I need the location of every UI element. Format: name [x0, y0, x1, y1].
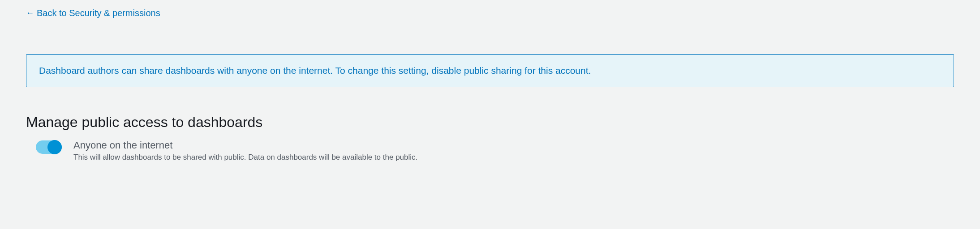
- toggle-labels: Anyone on the internet This will allow d…: [73, 140, 417, 162]
- public-access-toggle[interactable]: [36, 140, 62, 154]
- toggle-description: This will allow dashboards to be shared …: [73, 153, 417, 162]
- public-access-toggle-row: Anyone on the internet This will allow d…: [36, 140, 980, 162]
- info-banner-message: Dashboard authors can share dashboards w…: [39, 65, 591, 76]
- toggle-knob-icon: [47, 140, 62, 154]
- back-link-label: Back to Security & permissions: [37, 8, 160, 18]
- arrow-left-icon: ←: [26, 8, 34, 18]
- toggle-title: Anyone on the internet: [73, 140, 417, 151]
- section-title: Manage public access to dashboards: [26, 114, 980, 131]
- info-banner: Dashboard authors can share dashboards w…: [26, 54, 954, 87]
- back-link[interactable]: ← Back to Security & permissions: [26, 8, 160, 18]
